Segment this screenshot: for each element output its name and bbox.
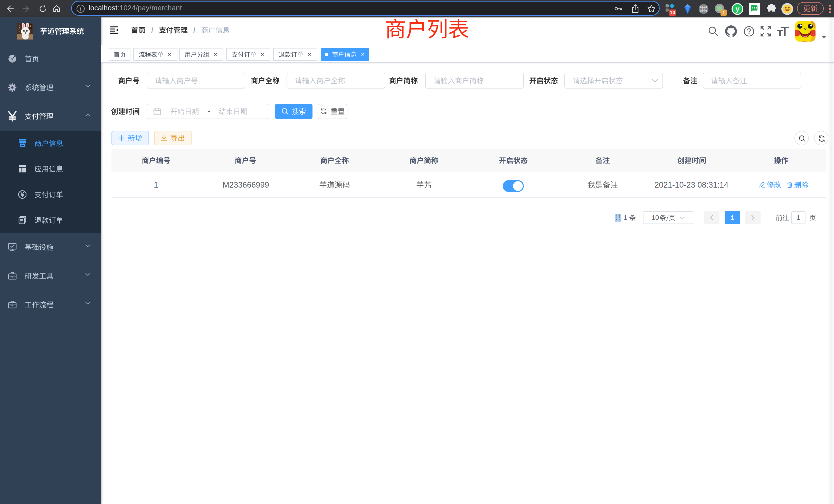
- svg-text:10: 10: [670, 10, 675, 15]
- svg-text:1: 1: [722, 10, 725, 16]
- svg-text:y: y: [736, 5, 739, 13]
